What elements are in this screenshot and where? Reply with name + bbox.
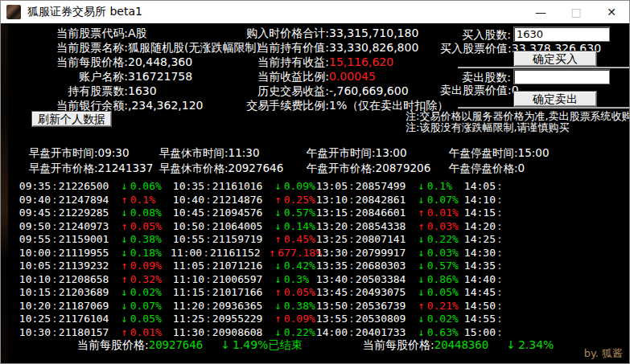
quote-price: 20857499 xyxy=(356,180,412,194)
quote-separator: : xyxy=(348,233,355,247)
quote-time: 14:05 xyxy=(460,180,496,194)
quote-row: 10:25:21176104↓0.05% xyxy=(15,313,168,326)
session-time-label: 午盘停盘时间: xyxy=(449,146,518,159)
quote-separator: : xyxy=(205,286,212,300)
quote-time: 10:00 xyxy=(15,247,51,260)
summary-price: 20927646 xyxy=(149,338,203,353)
quote-row: 14:30: xyxy=(460,247,613,260)
quote-change: ↓0.57% xyxy=(418,260,459,273)
session-price-label: 早盘开市价格: xyxy=(29,162,98,174)
window-controls: — □ ✕ xyxy=(523,1,629,23)
quote-time: 13:25 xyxy=(312,233,348,247)
quote-time: 14:10 xyxy=(460,194,496,207)
quote-time: 10:20 xyxy=(15,300,51,313)
quote-row: 11:30:20908608↓0.22% xyxy=(169,326,322,340)
quote-change: ↓0.42% xyxy=(275,260,315,273)
close-button[interactable]: ✕ xyxy=(594,1,629,23)
quote-price: 21159001 xyxy=(59,233,115,247)
quote-price: 20955229 xyxy=(212,313,269,326)
quote-separator: : xyxy=(348,220,355,234)
quote-row: 11:00:21161152↑677.18% xyxy=(169,247,322,260)
field-value: A股 xyxy=(128,26,147,40)
trend-arrow-icon: ↓ xyxy=(121,207,128,220)
trend-arrow-icon: ↑ xyxy=(418,207,425,220)
quote-percent: 0.42% xyxy=(284,260,315,273)
quote-price: 21229285 xyxy=(59,207,115,220)
quote-price xyxy=(504,194,560,207)
buy-qty-input[interactable] xyxy=(513,27,610,42)
quote-percent: 0.09% xyxy=(130,260,162,273)
maximize-button: □ xyxy=(558,1,594,23)
quote-separator: : xyxy=(205,313,212,326)
summary-change: ↓2.34% xyxy=(506,338,554,353)
quote-time: 11:10 xyxy=(169,273,204,287)
quote-price: 20842861 xyxy=(356,194,412,207)
trend-arrow-icon: ↑ xyxy=(418,220,425,234)
trend-arrow-icon: ↓ xyxy=(418,286,425,300)
quote-change: ↓0.18% xyxy=(121,247,162,260)
quote-time: 13:45 xyxy=(312,286,348,300)
confirm-sell-button[interactable]: 确定卖出 xyxy=(513,91,597,107)
trend-arrow-icon: ↓ xyxy=(275,326,282,340)
field-label: 购入时价格合计: xyxy=(239,26,329,40)
session-headers: 早盘开市时间:09:30 早盘开市价格:21241337 早盘休市时间:11:3… xyxy=(1,145,629,176)
quote-separator: : xyxy=(496,273,503,287)
quote-change xyxy=(566,286,569,300)
quote-column-morning-2: 10:35:21161016↓0.09% 10:40:21214876↑0.25… xyxy=(169,180,322,339)
quote-percent: 0.09% xyxy=(284,313,315,326)
quote-change: ↓0.14% xyxy=(275,220,315,234)
quote-column-afternoon-1: 13:05:20857499↓0.1% 13:10:20842861↓0.07%… xyxy=(312,180,465,339)
quote-percent: 0.05% xyxy=(427,286,459,300)
sell-qty-input[interactable] xyxy=(513,69,610,84)
quote-separator: : xyxy=(348,207,355,220)
quote-percent: 0.05% xyxy=(130,220,162,234)
quote-separator: : xyxy=(348,180,355,194)
refresh-data-button[interactable]: 刷新个人数据 xyxy=(31,111,112,127)
confirm-buy-button[interactable]: 确定买入 xyxy=(513,51,597,67)
quote-time: 09:50 xyxy=(15,220,51,234)
summary-percent: 2.34% xyxy=(518,338,554,353)
quote-separator: : xyxy=(205,273,212,287)
quote-separator: : xyxy=(205,233,212,247)
app-icon xyxy=(6,5,21,19)
quote-time: 13:55 xyxy=(312,313,348,326)
quote-price: 21226500 xyxy=(59,180,115,194)
trend-arrow-icon: ↓ xyxy=(506,338,516,353)
quote-percent: 0.09% xyxy=(284,180,315,194)
field-value: 316721758 xyxy=(128,69,192,84)
quote-row: 13:40:20503384↓0.86% xyxy=(312,273,465,287)
quote-change: ↓0.05% xyxy=(121,313,162,326)
field-value: 33,315,710,180 xyxy=(329,26,418,40)
quote-row: 13:05:20857499↓0.1% xyxy=(312,180,465,194)
quote-time: 15:00 xyxy=(460,326,496,340)
quote-price xyxy=(504,233,560,247)
quote-time: 11:25 xyxy=(169,313,204,326)
quote-change: ↓0.22% xyxy=(275,326,315,340)
quote-separator: : xyxy=(348,286,355,300)
quote-price: 21240973 xyxy=(59,220,115,234)
minimize-button[interactable]: — xyxy=(523,1,558,23)
quote-row: 14:55: xyxy=(460,313,613,326)
quote-change xyxy=(566,247,569,260)
field-label: 当前股票名称: xyxy=(33,40,128,55)
trend-arrow-icon: ↑ xyxy=(269,247,275,260)
quote-row: 13:50:20536739↑0.21% xyxy=(312,300,465,313)
quote-time: 10:10 xyxy=(15,273,51,287)
holdings-row: 当前持有价值:33,330,826,800 xyxy=(239,40,448,55)
quote-row: 09:55:21159001↓0.38% xyxy=(15,233,168,247)
quote-separator: : xyxy=(51,313,58,326)
quote-row: 14:05: xyxy=(460,180,613,194)
quote-row: 11:05:21071216↓0.42% xyxy=(169,260,322,273)
quote-separator: : xyxy=(348,247,355,260)
account-row: 当前股票代码:A股 xyxy=(33,26,261,40)
trend-arrow-icon: ↑ xyxy=(275,233,282,247)
quote-percent: 0.57% xyxy=(284,207,315,220)
quote-percent: 0.38% xyxy=(130,233,162,247)
quote-separator: : xyxy=(51,194,58,207)
session-block: 午盘开市时间:13:00 午盘开市价格:20879206 xyxy=(307,145,447,176)
quote-percent: 0.63% xyxy=(427,326,459,340)
account-panel: 当前股票代码:A股 当前股票名称:狐服随机股(无涨跌幅限制) 当前每股价格:20… xyxy=(33,26,261,112)
quote-time: 13:20 xyxy=(312,220,348,234)
account-row: 持有股票数:1630 xyxy=(33,84,261,98)
trend-arrow-icon: ↑ xyxy=(275,286,282,300)
